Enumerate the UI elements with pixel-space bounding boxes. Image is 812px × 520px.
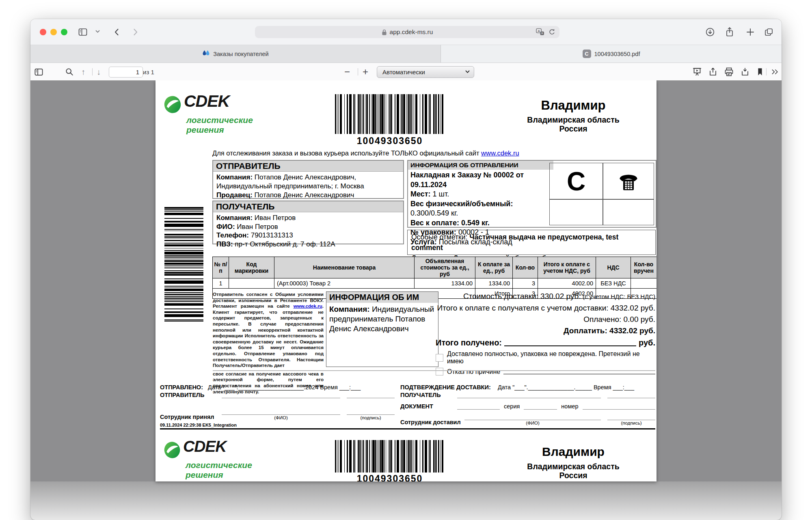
- payment-summary: Стоимость доставки: 330.02 руб. (с учето…: [436, 291, 655, 375]
- shipment-info-title: ИНФОРМАЦИЯ ОБ ОТПРАВЛЕНИИ: [408, 161, 553, 170]
- tab-orders-label: Заказы покупателей: [213, 51, 268, 57]
- cdek-tagline: логистическиерешения: [186, 115, 253, 135]
- pdf-search-icon[interactable]: [65, 63, 74, 81]
- cdek-logo-icon: [163, 95, 182, 116]
- cdek-tagline-2: логистическиерешения: [186, 460, 252, 480]
- info-row: Компания: Потапов Денис Александрович, И…: [216, 173, 400, 191]
- delivered-checkbox-label: Доставлено полностью, упаковка не повреж…: [447, 350, 655, 365]
- due-amount: Доплатить: 4332.02 руб.: [436, 325, 655, 337]
- im-info-title: ИНФОРМАЦИЯ ОБ ИМ: [326, 292, 438, 303]
- svg-text:✕: ✕: [541, 32, 543, 35]
- tracking-number: 10049303650: [335, 136, 445, 147]
- print-button[interactable]: [724, 63, 734, 81]
- table-header-cell: К оплате за ед., руб: [475, 257, 513, 278]
- cdek-brand-text: CDEK: [184, 92, 229, 111]
- receiver-box: ПОЛУЧАТЕЛЬ Компания: Иван ПетровФИО: Ива…: [212, 201, 404, 244]
- table-header-cell: Итого к оплате с учетом НДС, руб: [538, 257, 596, 278]
- safari-window: app.cdek-ms.ru A✕: [30, 19, 782, 520]
- pdf-favicon-icon: C: [583, 50, 591, 58]
- close-window-button[interactable]: [40, 29, 46, 35]
- info-row: Компания: Иван Петров: [216, 214, 400, 222]
- next-page-button[interactable]: ↓: [97, 63, 101, 81]
- url-text: app.cdek-ms.ru: [390, 28, 433, 36]
- zoom-in-button[interactable]: +: [363, 63, 368, 81]
- sender-box: ОТПРАВИТЕЛЬ Компания: Потапов Денис Алек…: [212, 160, 404, 199]
- page-break-line: [160, 428, 655, 429]
- sidebar-chevron-down-icon[interactable]: [95, 30, 100, 33]
- bookmark-icon[interactable]: [756, 63, 764, 81]
- receiver-rows: Компания: Иван ПетровФИО: Иван ПетровТел…: [213, 212, 403, 250]
- forward-button[interactable]: [131, 27, 140, 37]
- save-file-button[interactable]: [740, 63, 750, 81]
- zoom-out-button[interactable]: −: [344, 63, 350, 81]
- table-header-cell: Наименование товара: [274, 257, 415, 278]
- presentation-mode-button[interactable]: [692, 63, 702, 81]
- waybill-page: CDEK логистическиерешения 10049303650 Вл…: [155, 80, 657, 481]
- svg-text:A: A: [538, 29, 540, 33]
- minimize-window-button[interactable]: [50, 29, 57, 35]
- sender-rows: Компания: Потапов Денис Александрович, И…: [213, 172, 403, 201]
- open-file-button[interactable]: [708, 63, 718, 81]
- delivery-cost-note: (с учетом НДС: БЕЗ НДС): [581, 293, 655, 300]
- tracking-number-2: 10049303650: [335, 473, 445, 481]
- reload-icon[interactable]: [549, 28, 555, 37]
- confirm-date-line: Дата "___".______________._____ Время __…: [498, 384, 634, 391]
- new-tab-button[interactable]: [745, 27, 755, 37]
- table-header-cell: НДС: [596, 257, 631, 278]
- zoom-mode-select[interactable]: Автоматически: [377, 66, 474, 78]
- pdf-toolbar: ↑ ↓ из 1 − + Автоматически: [30, 63, 782, 81]
- delivery-cost: Стоимость доставки: 330.02 руб.: [463, 292, 581, 300]
- table-row: 1(Арт.00003) Товар 21334.001334.0034002.…: [213, 278, 657, 289]
- side-barcode: [164, 207, 203, 321]
- im-info-box: ИНФОРМАЦИЯ ОБ ИМ Компания: Индивидуальны…: [326, 291, 438, 367]
- screen: app.cdek-ms.ru A✕: [0, 0, 812, 520]
- sidebar-toggle-button[interactable]: [78, 27, 88, 37]
- tab-strip: Заказы покупателей C 10049303650.pdf: [30, 45, 782, 63]
- refusal-checkbox: [436, 368, 443, 375]
- address-bar[interactable]: app.cdek-ms.ru A✕: [255, 26, 559, 38]
- pdf-sidebar-toggle-button[interactable]: [34, 63, 43, 81]
- tab-orders[interactable]: Заказы покупателей: [30, 45, 441, 63]
- page-number-input[interactable]: [109, 67, 143, 78]
- destination-block: Владимир Владимирская область Россия: [512, 98, 634, 133]
- downloads-button[interactable]: [705, 27, 715, 37]
- paid-amount: Оплачено: 0.00 руб.: [436, 314, 655, 325]
- tracking-notice: Для отслеживания заказа и вызова курьера…: [212, 149, 519, 157]
- translate-icon[interactable]: A✕: [536, 28, 544, 37]
- moysklad-favicon-icon: [202, 50, 210, 58]
- pdf-viewport[interactable]: CDEK логистическиерешения 10049303650 Вл…: [30, 80, 782, 520]
- zoom-window-button[interactable]: [61, 29, 67, 35]
- sent-date-line: Дата "___".____________________.2024 Вре…: [208, 384, 361, 391]
- table-header-cell: Объявленная стоимость за ед., руб: [415, 257, 475, 278]
- cargo-mark-grid: C: [549, 163, 654, 225]
- received-total-row: Итого получено: руб.: [436, 338, 655, 347]
- page-total-label: из 1: [143, 63, 154, 81]
- back-button[interactable]: [112, 27, 121, 37]
- delivered-checkbox: [436, 354, 443, 362]
- tab-overview-button[interactable]: [764, 27, 774, 37]
- destination-block-2: Владимир Владимирская область Россия: [512, 445, 634, 480]
- special-marks-box: Особые отметки: Частичная выдача не пред…: [407, 230, 656, 255]
- generation-stamp: 09.11.2024 22:29:38 EK5_Integration: [160, 423, 237, 427]
- table-header-cell: Кол-во: [513, 257, 538, 278]
- cdek-logo-icon-2: [163, 441, 181, 461]
- total-with-delivery: Итого к оплате с получателя с учетом дос…: [436, 302, 655, 314]
- refusal-checkbox-row: Отказ по причине: [436, 368, 655, 375]
- share-icon[interactable]: [725, 26, 734, 37]
- cdek-site-link-terms[interactable]: www.cdek.ru: [294, 303, 322, 309]
- destination-country: Россия: [512, 124, 634, 133]
- destination-region: Владимирская область: [512, 115, 634, 124]
- refusal-checkbox-label: Отказ по причине: [447, 368, 500, 375]
- delivered-checkbox-row: Доставлено полностью, упаковка не повреж…: [436, 350, 655, 365]
- info-row: Мест: 1 шт.: [410, 190, 552, 199]
- table-header-cell: Кол-во вручен: [631, 257, 657, 278]
- chevron-down-icon: [465, 70, 470, 73]
- previous-page-button[interactable]: ↑: [81, 63, 85, 81]
- info-row: Накладная к Заказу № 00002 от 09.11.2024: [410, 170, 552, 190]
- tab-pdf[interactable]: C 10049303650.pdf: [441, 45, 782, 63]
- more-tools-button[interactable]: [771, 63, 780, 81]
- lock-icon: [382, 29, 387, 36]
- cdek-site-link[interactable]: www.cdek.ru: [481, 149, 519, 157]
- info-row: Телефон: 79013131313: [216, 231, 400, 240]
- section-divider: [213, 370, 655, 371]
